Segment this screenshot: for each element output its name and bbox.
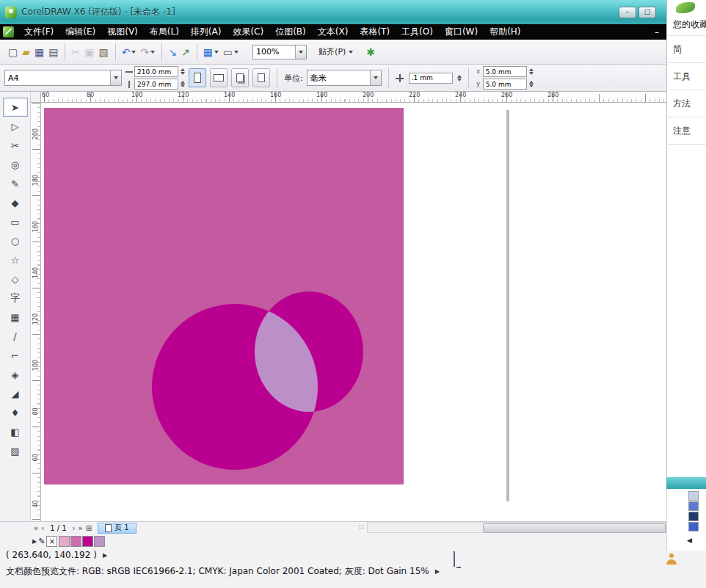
snap-to-dropdown[interactable]: 贴齐(P) <box>316 45 356 59</box>
nudge-spinner[interactable] <box>457 75 462 81</box>
blend-tool[interactable]: ◈ <box>3 365 28 384</box>
title-bar[interactable]: CorelDRAW X6 (评估版) - [未命名 -1] – □ <box>0 0 666 25</box>
zoom-level-combo[interactable]: 100% <box>252 45 307 59</box>
save-icon[interactable]: ▦ <box>32 43 46 61</box>
paper-size-combo[interactable]: A4 <box>4 70 122 86</box>
coreldraw-menu-logo-icon[interactable] <box>3 26 14 37</box>
status-expand-icon[interactable]: ▶ <box>435 568 440 575</box>
palette-swatch-1[interactable] <box>688 491 699 501</box>
shape-tool[interactable]: ▷ <box>3 117 28 136</box>
current-page-button[interactable] <box>252 68 270 87</box>
menu-bitmaps[interactable]: 位图(B) <box>269 24 312 40</box>
outline-pen-tool[interactable]: ♦ <box>3 403 28 422</box>
hints-item-2[interactable]: 工具 <box>667 63 706 90</box>
chevron-down-icon[interactable] <box>110 70 121 85</box>
units-combo[interactable]: 毫米 <box>307 70 382 86</box>
app-launcher-icon[interactable]: ▦ ▾ <box>197 43 221 61</box>
duplicate-x-field[interactable]: 5.0 mm <box>483 66 527 77</box>
hints-item-4[interactable]: 注意 <box>667 117 706 145</box>
drawing-canvas[interactable] <box>41 103 666 521</box>
last-page-button[interactable]: » <box>79 524 83 532</box>
paste-icon[interactable]: ▧ <box>96 43 110 61</box>
maximize-button[interactable]: □ <box>638 7 656 18</box>
menu-effects[interactable]: 效果(C) <box>227 24 269 40</box>
rectangle-tool[interactable]: ▭ <box>3 212 28 231</box>
page-height-field[interactable]: 297.0 mm <box>134 79 178 90</box>
open-icon[interactable]: ▰ <box>20 43 32 61</box>
ellipse-tool[interactable]: ○ <box>3 231 28 250</box>
doc-swatch-3[interactable] <box>82 536 93 547</box>
interactive-fill-tool[interactable]: ▨ <box>3 441 28 460</box>
previous-page-button[interactable]: ‹ <box>41 524 44 532</box>
polygon-tool[interactable]: ☆ <box>3 250 28 269</box>
print-icon[interactable]: ▤ <box>46 43 60 61</box>
smart-fill-tool[interactable]: ◆ <box>3 193 28 212</box>
horizontal-ruler[interactable]: 6080100120140160180200220240260280 <box>41 92 666 103</box>
copy-icon[interactable]: ▣ <box>82 43 96 61</box>
palette-scroll-button[interactable]: ◀ <box>687 537 692 544</box>
chevron-down-icon[interactable] <box>295 46 306 59</box>
menu-edit[interactable]: 编辑(E) <box>59 24 101 40</box>
table-tool[interactable]: ▦ <box>3 308 28 327</box>
palette-swatch-3[interactable] <box>688 512 699 521</box>
portrait-orientation-button[interactable] <box>189 68 206 87</box>
export-icon[interactable]: ↗ <box>179 43 192 61</box>
color-eyedropper-tool[interactable]: ◢ <box>3 384 28 403</box>
scrollbar-splitter-handle[interactable]: ∷ <box>359 523 363 531</box>
fullscreen-preview-icon[interactable]: ▭ ▾ <box>221 43 241 61</box>
zoom-tool[interactable]: ◎ <box>3 155 28 174</box>
all-pages-button[interactable] <box>231 68 249 87</box>
pick-tool[interactable]: ➤ <box>3 98 28 117</box>
page-tab[interactable]: 页 1 <box>98 523 137 534</box>
add-page-button[interactable]: ⊞ <box>86 524 92 532</box>
page-width-field[interactable]: 210.0 mm <box>134 66 178 77</box>
doc-swatch-1[interactable] <box>59 536 70 547</box>
menu-window[interactable]: 窗口(W) <box>439 24 484 40</box>
menu-file[interactable]: 文件(F) <box>18 24 59 40</box>
landscape-orientation-button[interactable] <box>210 68 228 87</box>
duplicate-y-field[interactable]: 5.0 mm <box>483 79 527 90</box>
page-height-spinner[interactable] <box>181 81 185 87</box>
minimize-button[interactable]: – <box>619 7 636 18</box>
text-tool[interactable]: 字 <box>3 288 28 308</box>
no-color-swatch[interactable]: × <box>46 536 57 547</box>
horizontal-scrollbar[interactable] <box>367 522 666 533</box>
hints-item-1[interactable]: 简 <box>667 36 706 63</box>
palette-flyout-icon[interactable]: ▶ <box>32 538 37 545</box>
hints-item-3[interactable]: 方法 <box>667 90 706 117</box>
first-page-button[interactable]: « <box>34 524 38 532</box>
chevron-down-icon[interactable] <box>370 70 381 85</box>
next-page-button[interactable]: › <box>73 524 76 532</box>
doc-swatch-2[interactable] <box>70 536 81 547</box>
doc-swatch-4[interactable] <box>94 536 105 547</box>
options-gears-icon[interactable]: ✱ <box>366 46 375 58</box>
menu-text[interactable]: 文本(X) <box>312 24 354 40</box>
duplicate-y-spinner[interactable] <box>529 81 534 87</box>
nudge-offset-field[interactable]: .1 mm <box>409 73 453 84</box>
duplicate-x-spinner[interactable] <box>529 68 534 75</box>
crop-tool[interactable]: ✂ <box>3 136 28 155</box>
menu-help[interactable]: 帮助(H) <box>484 24 526 40</box>
status-expand-icon[interactable]: ▶ <box>103 552 107 559</box>
fill-tool[interactable]: ◧ <box>3 422 28 441</box>
scrollbar-thumb[interactable] <box>483 523 666 533</box>
ruler-origin[interactable] <box>31 92 41 103</box>
menu-table[interactable]: 表格(T) <box>354 24 396 40</box>
menu-tools[interactable]: 工具(O) <box>396 24 439 40</box>
dimension-tool[interactable]: ∕ <box>3 327 28 346</box>
basic-shapes-tool[interactable]: ◇ <box>3 269 28 288</box>
undo-icon[interactable]: ↶ ▾ <box>115 43 139 61</box>
redo-icon[interactable]: ↷ ▾ <box>138 43 157 61</box>
import-icon[interactable]: ↘ <box>161 43 179 61</box>
vertical-ruler[interactable]: 200180160140120100806040 <box>31 103 41 521</box>
document-minimize-button[interactable]: – <box>655 29 659 36</box>
new-document-icon[interactable]: ▢ <box>6 43 20 61</box>
cut-icon[interactable]: ✂ <box>65 43 82 61</box>
palette-swatch-2[interactable] <box>688 501 699 511</box>
menu-view[interactable]: 视图(V) <box>101 24 144 40</box>
connector-tool[interactable]: ⌐ <box>3 346 28 365</box>
eyedropper-icon[interactable]: ✎ <box>38 537 45 546</box>
user-account-icon[interactable] <box>666 553 677 565</box>
page-width-spinner[interactable] <box>181 68 185 75</box>
menu-arrange[interactable]: 排列(A) <box>185 24 228 40</box>
